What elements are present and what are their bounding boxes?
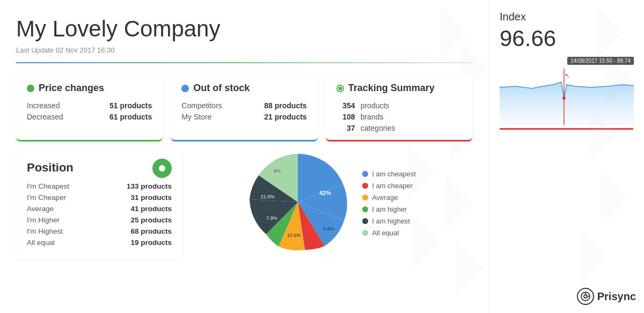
prisync-logo: Prisync [577,288,636,305]
svg-text:↖: ↖ [565,72,570,79]
price-increased-value: 51 products [109,101,152,110]
pos-highest-label: I'm Highest [27,227,63,235]
tracking-summary-card: Tracking Summary 354 products 108 brands… [326,73,472,141]
price-decreased-value: 61 products [109,113,152,121]
pos-highest-value: 68 products [130,227,172,235]
legend-higher-dot [362,206,368,212]
legend-cheapest-dot [362,171,368,177]
last-update: Last Update 02 Nov 2017 16:30 [16,46,472,54]
legend-cheaper: I am cheaper [362,182,416,190]
legend-average-dot [362,195,368,200]
competitors-label: Competitors [181,101,222,110]
prisync-icon [577,288,594,305]
pos-cheapest-value: 133 products [127,182,172,190]
pos-average-label: Average [27,205,54,213]
out-of-stock-card: Out of stock Competitors 88 products My … [171,73,317,141]
index-title: Index [500,11,633,23]
pos-highest-row: I'm Highest 68 products [27,227,172,235]
pos-higher-row: I'm Higher 25 products [27,216,172,224]
position-card: Position I'm Cheapest 133 products I'm C… [16,151,182,259]
pos-allequal-value: 19 products [130,239,172,247]
legend-allequal: All equal [362,229,416,237]
left-panel: My Lovely Company Last Update 02 Nov 201… [0,0,488,313]
legend-cheaper-label: I am cheaper [372,182,413,190]
chart-area: 42% 9.8% 12.9% 7.9% 21.5% 6% I am cheape… [191,151,472,255]
price-changes-card: Price changes Increased 51 products Decr… [16,73,163,141]
header-divider [16,62,472,63]
svg-point-23 [584,295,587,298]
legend-higher-label: I am higher [372,205,407,213]
svg-point-20 [562,96,566,100]
svg-marker-17 [602,172,628,225]
legend-allequal-label: All equal [372,229,399,237]
legend-average: Average [362,193,416,202]
tracking-title: Tracking Summary [336,83,462,94]
pos-average-row: Average 41 products [27,205,172,213]
price-decreased-label: Decreased [27,113,63,121]
legend-cheapest: I am cheapest [362,170,416,178]
out-of-stock-dot [181,85,189,92]
pos-cheaper-row: I'm Cheaper 31 products [27,193,172,202]
tracking-rows: 354 products 108 brands 37 categories [336,101,462,132]
svg-text:9.8%: 9.8% [323,226,334,232]
right-panel: Index 96.66 14/08/2017 15:50 - 89.74 [488,0,644,313]
tracking-categories-row: 37 categories [336,124,462,132]
main-container: My Lovely Company Last Update 02 Nov 201… [0,0,644,313]
competitors-value: 88 products [264,101,306,110]
svg-marker-18 [580,230,607,284]
pos-higher-label: I'm Higher [27,216,60,224]
legend-higher: I am higher [362,205,416,213]
legend-highest-dot [362,218,368,224]
price-changes-title: Price changes [27,83,152,94]
cards-row: Price changes Increased 51 products Decr… [16,73,472,141]
pos-cheapest-label: I'm Cheapest [27,182,69,190]
index-tooltip: 14/08/2017 15:50 - 89.74 [567,57,634,65]
tracking-products-row: 354 products [336,101,462,110]
mystore-value: 21 products [264,113,306,121]
position-indicator-inner [159,165,165,172]
legend-cheapest-label: I am cheapest [372,170,416,178]
mystore-row: My Store 21 products [181,113,306,121]
pos-cheapest-row: I'm Cheapest 133 products [27,182,172,190]
company-title: My Lovely Company [16,16,472,42]
mystore-label: My Store [181,113,211,121]
position-title: Position [27,161,172,175]
pos-cheaper-label: I'm Cheaper [27,193,66,202]
svg-text:21.5%: 21.5% [261,194,275,199]
chart-legend: I am cheapest I am cheaper Average I am … [362,170,416,237]
competitors-row: Competitors 88 products [181,101,306,110]
legend-highest: I am highest [362,217,416,225]
svg-text:12.9%: 12.9% [287,233,301,238]
pos-allequal-label: All equal [27,239,55,247]
bottom-row: Position I'm Cheapest 133 products I'm C… [16,151,472,259]
tracking-brands-row: 108 brands [336,113,462,121]
price-decreased-row: Decreased 61 products [27,113,152,121]
legend-allequal-dot [362,230,368,236]
legend-cheaper-dot [362,183,368,189]
pie-chart: 42% 9.8% 12.9% 7.9% 21.5% 6% [247,151,349,255]
pos-cheaper-value: 31 products [130,193,172,202]
svg-text:6%: 6% [274,168,281,174]
index-value: 96.66 [500,26,633,51]
pos-average-value: 41 products [130,205,172,213]
svg-text:42%: 42% [319,190,331,196]
price-increased-label: Increased [27,101,60,110]
prisync-name: Prisync [597,290,636,303]
pos-allequal-row: All equal 19 products [27,239,172,247]
tracking-brands-label: brands [361,113,384,121]
legend-average-label: Average [372,193,398,202]
legend-highest-label: I am highest [372,217,410,225]
out-of-stock-title: Out of stock [181,83,306,94]
tracking-products-num: 354 [336,101,355,110]
tracking-categories-num: 37 [336,124,355,132]
tracking-brands-num: 108 [336,113,355,121]
price-changes-dot [27,85,34,92]
tracking-categories-label: categories [361,124,396,132]
index-chart-area: 14/08/2017 15:50 - 89.74 [500,54,634,124]
price-increased-row: Increased 51 products [27,101,152,110]
position-indicator [152,159,172,178]
svg-text:7.9%: 7.9% [266,215,277,221]
tracking-products-label: products [361,101,390,110]
pos-higher-value: 25 products [130,216,172,224]
